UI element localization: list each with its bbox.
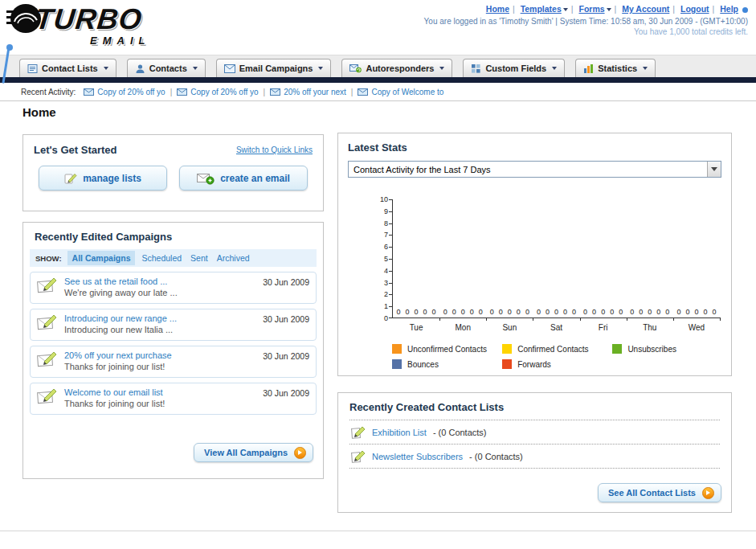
chart-value-label: 0 xyxy=(499,308,503,316)
tab-statistics[interactable]: Statistics xyxy=(575,59,656,77)
chart-value-labels: 00000 xyxy=(673,308,720,316)
campaign-date: 30 Jun 2009 xyxy=(263,351,309,361)
campaigns-title: Recently Edited Campaigns xyxy=(30,231,317,243)
campaign-title[interactable]: 20% off your next purchase xyxy=(64,350,256,360)
campaign-edit-icon xyxy=(37,313,58,331)
chart-category-group: 00000Sat xyxy=(533,199,579,318)
nav-link-help[interactable]: Help xyxy=(720,4,738,14)
chevron-down-icon xyxy=(104,67,108,70)
chart-category-group: 00000Fri xyxy=(580,199,627,318)
tab-label: Contacts xyxy=(149,64,187,73)
campaign-date: 30 Jun 2009 xyxy=(263,388,309,398)
app-logo[interactable]: TURBO EMAIL xyxy=(6,2,223,51)
campaign-title[interactable]: Introducing our new range ... xyxy=(64,313,256,323)
x-axis-label: Tue xyxy=(393,323,439,332)
chart-value-label: 0 xyxy=(406,308,410,316)
y-axis-tick xyxy=(389,223,393,224)
legend-item: Bounces xyxy=(392,359,502,369)
top-nav: Home| Templates| Forms| My Account| Logo… xyxy=(424,4,748,14)
x-axis-label: Sat xyxy=(533,323,579,332)
footer-divider xyxy=(0,531,756,531)
tab-contact-lists[interactable]: Contact Lists xyxy=(19,59,116,77)
nav-link-forms[interactable]: Forms xyxy=(578,4,611,14)
contact-list-name[interactable]: Exhibition List xyxy=(372,428,427,437)
y-axis-tick xyxy=(389,199,393,200)
chart-value-label: 0 xyxy=(479,308,483,316)
login-status: You are logged in as 'Timothy Smith' | S… xyxy=(424,17,748,26)
separator: | xyxy=(513,4,515,14)
filter-all-campaigns[interactable]: All Campaigns xyxy=(67,251,136,265)
recent-activity-item[interactable]: 20% off your next xyxy=(270,88,346,96)
recent-activity-item[interactable]: Copy of Welcome to xyxy=(358,88,443,96)
y-axis-label: 6 xyxy=(374,243,388,251)
recent-activity-bar: Recent Activity: Copy of 20% off yo | Co… xyxy=(0,83,756,101)
latest-stats-panel: Latest Stats Contact Activity for the La… xyxy=(337,133,732,376)
chevron-down-icon xyxy=(607,8,611,11)
chart-value-label: 0 xyxy=(665,308,669,316)
campaign-title[interactable]: Welcome to our email list xyxy=(64,387,256,397)
manage-lists-label: manage lists xyxy=(83,173,141,184)
statistics-icon xyxy=(583,64,594,74)
tab-email-campaigns[interactable]: Email Campaigns xyxy=(216,59,332,77)
chart-value-label: 0 xyxy=(461,308,465,316)
custom-fields-icon xyxy=(471,64,481,74)
stats-activity-select[interactable]: Contact Activity for the Last 7 Days xyxy=(348,161,721,178)
y-axis-tick xyxy=(389,259,393,260)
chart-value-label: 0 xyxy=(583,308,587,316)
recent-activity-item[interactable]: Copy of 20% off yo xyxy=(84,88,165,96)
contact-list-name[interactable]: Newsletter Subscribers xyxy=(372,452,463,461)
campaign-row[interactable]: Welcome to our email list Thanks for joi… xyxy=(30,383,317,415)
see-all-contact-lists-label: See All Contact Lists xyxy=(608,488,696,498)
envelope-icon xyxy=(270,88,280,96)
separator: | xyxy=(170,88,173,96)
create-email-button[interactable]: create an email xyxy=(179,166,308,191)
campaign-title[interactable]: See us at the retail food ... xyxy=(64,277,256,286)
campaign-row[interactable]: See us at the retail food ... We're givi… xyxy=(30,272,317,304)
y-axis-tick xyxy=(389,283,393,284)
chart-value-label: 0 xyxy=(685,308,689,316)
filter-sent[interactable]: Sent xyxy=(190,253,208,263)
nav-link-logout[interactable]: Logout xyxy=(680,4,709,14)
nav-link-home[interactable]: Home xyxy=(486,4,509,14)
campaign-row[interactable]: Introducing our new range ... Introducin… xyxy=(30,309,317,341)
chart-value-labels: 00000 xyxy=(627,308,673,316)
filter-scheduled[interactable]: Scheduled xyxy=(141,253,182,263)
contact-list-row[interactable]: Exhibition List - (0 Contacts) xyxy=(349,420,720,444)
tab-contacts[interactable]: Contacts xyxy=(127,59,206,77)
y-axis-label: 5 xyxy=(374,255,388,263)
logo-needle-dot xyxy=(6,44,13,51)
separator: | xyxy=(672,4,675,14)
chart-value-label: 0 xyxy=(546,308,550,316)
contacts-icon xyxy=(135,64,145,74)
chart-value-label: 0 xyxy=(432,308,436,316)
legend-swatch xyxy=(392,359,402,369)
tab-autoresponders[interactable]: Autoresponders xyxy=(341,59,452,77)
nav-link-my-account[interactable]: My Account xyxy=(622,4,669,14)
chart-value-label: 0 xyxy=(443,308,447,316)
y-axis-tick xyxy=(389,306,393,307)
campaign-subtitle: Introducing our new Italia ... xyxy=(64,325,256,334)
manage-lists-button[interactable]: manage lists xyxy=(39,166,167,191)
recent-activity-item[interactable]: Copy of 20% off yo xyxy=(177,88,258,96)
y-axis-tick xyxy=(389,294,393,295)
chart-value-label: 0 xyxy=(572,308,576,316)
recent-activity-label: Recent Activity: xyxy=(21,88,76,96)
decorative-dot xyxy=(742,7,748,13)
switch-quick-links-link[interactable]: Switch to Quick Links xyxy=(236,145,313,154)
email-campaigns-icon xyxy=(224,64,235,73)
view-all-campaigns-button[interactable]: View All Campaigns xyxy=(194,443,313,462)
filter-archived[interactable]: Archived xyxy=(217,253,250,263)
tab-custom-fields[interactable]: Custom Fields xyxy=(463,59,565,77)
envelope-icon xyxy=(84,88,94,96)
campaign-row[interactable]: 20% off your next purchase Thanks for jo… xyxy=(30,346,317,378)
get-started-title: Let's Get Started xyxy=(34,144,117,156)
contact-list-row[interactable]: Newsletter Subscribers - (0 Contacts) xyxy=(349,445,720,468)
y-axis-label: 3 xyxy=(374,279,388,287)
nav-link-templates[interactable]: Templates xyxy=(521,4,568,14)
campaign-subtitle: Thanks for joining our list! xyxy=(64,362,256,371)
chart-value-label: 0 xyxy=(517,308,521,316)
legend-label: Forwards xyxy=(517,360,551,369)
y-axis-tick xyxy=(389,235,393,236)
see-all-contact-lists-button[interactable]: See All Contact Lists xyxy=(598,483,721,502)
chart-value-label: 0 xyxy=(592,308,596,316)
